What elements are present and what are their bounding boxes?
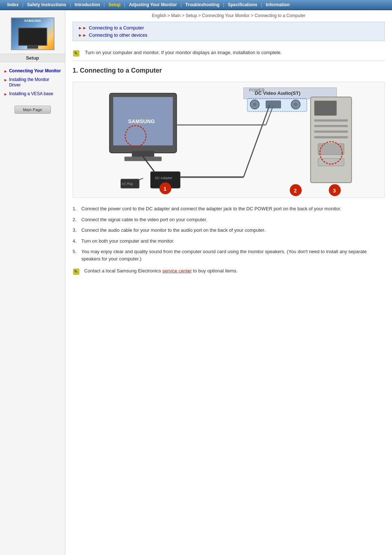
monitor-image: SAMSUNG <box>18 28 47 46</box>
sidebar-section-label: Setup <box>0 54 65 62</box>
svg-text:AC Plug: AC Plug <box>122 182 133 186</box>
svg-rect-32 <box>318 143 344 155</box>
double-arrow-icon-1: ►► <box>78 25 87 31</box>
nav-specifications[interactable]: Specifications <box>224 2 261 7</box>
sidebar-item-installing-vesa[interactable]: ► Installing a VESA base <box>4 91 61 97</box>
instruction-2: 2. Connect the signal cable to the video… <box>73 216 385 223</box>
breadcrumb: English > Main > Setup > Connecting Your… <box>73 10 385 22</box>
samsung-logo-text: SAMSUNG <box>24 19 41 23</box>
svg-line-12 <box>139 178 143 180</box>
main-page-button[interactable]: Main Page <box>15 106 51 114</box>
sidebar-item-label-1: Connecting Your Monitor <box>9 68 61 74</box>
main-content: English > Main > Setup > Connecting Your… <box>65 10 392 555</box>
nav-adjusting[interactable]: Adjusting Your Monitor <box>125 2 180 7</box>
nav-setup[interactable]: Setup <box>105 2 124 7</box>
nav-index[interactable]: Index <box>4 2 22 7</box>
installation-note: ✎ Turn on your computer and monitor. If … <box>73 46 385 61</box>
contact-note-icon: ✎ <box>73 267 81 276</box>
nav-troubleshooting[interactable]: Troubleshooting <box>182 2 223 7</box>
arrow-icon: ► <box>4 69 8 74</box>
svg-rect-27 <box>314 101 337 116</box>
svg-text:2: 2 <box>294 188 297 194</box>
sidebar-item-installing-driver[interactable]: ► Installing the Monitor Driver <box>4 77 61 88</box>
contact-note-text: Contact a local Samsung Electronics serv… <box>84 267 238 275</box>
sidebar-logo: SAMSUNG <box>11 17 54 50</box>
nav-intro[interactable]: Introduction <box>71 2 104 7</box>
instruction-5: 5. You may enjoy clear and quality sound… <box>73 248 385 262</box>
svg-rect-31 <box>314 136 348 138</box>
connection-diagram: SAMSUNG DC Adapter AC Plug 1 DC Video Au… <box>73 82 385 198</box>
arrow-icon-3: ► <box>4 92 8 97</box>
sidebar-item-connecting-monitor[interactable]: ► Connecting Your Monitor <box>4 68 61 74</box>
note-text: Turn on your computer and monitor. If yo… <box>85 49 282 56</box>
sidebar: SAMSUNG Setup ► Connecting Your Monitor … <box>0 10 65 555</box>
svg-text:DC Adapter: DC Adapter <box>155 176 172 180</box>
nav-bar: Index | Safety Instructions | Introducti… <box>0 0 392 10</box>
svg-text:✎: ✎ <box>74 269 78 274</box>
instruction-4: 4. Turn on both your computer and the mo… <box>73 238 385 245</box>
double-arrow-icon-2: ►► <box>78 33 87 38</box>
link-connecting-other[interactable]: ►► Connecting to other devices <box>78 32 379 38</box>
arrow-icon-2: ► <box>4 77 8 82</box>
svg-rect-30 <box>314 130 348 133</box>
nav-safety[interactable]: Safety Instructions <box>23 2 70 7</box>
link-connecting-computer[interactable]: ►► Connecting to a Computer <box>78 25 379 31</box>
svg-rect-28 <box>314 119 348 122</box>
instruction-3: 3. Connect the audio cable for your moni… <box>73 227 385 234</box>
service-center-link[interactable]: service center <box>162 268 192 274</box>
svg-text:SAMSUNG: SAMSUNG <box>128 118 155 124</box>
svg-line-25 <box>244 105 270 177</box>
svg-rect-29 <box>314 125 348 127</box>
instructions-list: 1. Connect the power cord to the DC adap… <box>73 205 385 262</box>
svg-text:3: 3 <box>333 188 336 194</box>
links-section: ►► Connecting to a Computer ►► Connectin… <box>73 22 385 41</box>
monitor-stand <box>27 45 38 49</box>
svg-text:✎: ✎ <box>74 51 78 56</box>
note-icon: ✎ <box>73 49 81 58</box>
instruction-1: 1. Connect the power cord to the DC adap… <box>73 205 385 212</box>
nav-information[interactable]: Information <box>262 2 293 7</box>
section-heading: 1. Connecting to a Computer <box>73 67 385 76</box>
svg-rect-23 <box>247 98 307 112</box>
sidebar-nav: ► Connecting Your Monitor ► Installing t… <box>0 66 65 101</box>
svg-text:POWER: POWER <box>249 88 265 92</box>
diagram-svg: SAMSUNG DC Adapter AC Plug 1 DC Video Au… <box>73 82 384 198</box>
svg-text:1: 1 <box>163 186 166 192</box>
sidebar-item-label-2: Installing the Monitor Driver <box>9 77 61 88</box>
contact-note: ✎ Contact a local Samsung Electronics se… <box>73 267 385 276</box>
sidebar-item-label-3: Installing a VESA base <box>9 91 53 97</box>
main-layout: SAMSUNG Setup ► Connecting Your Monitor … <box>0 10 392 555</box>
